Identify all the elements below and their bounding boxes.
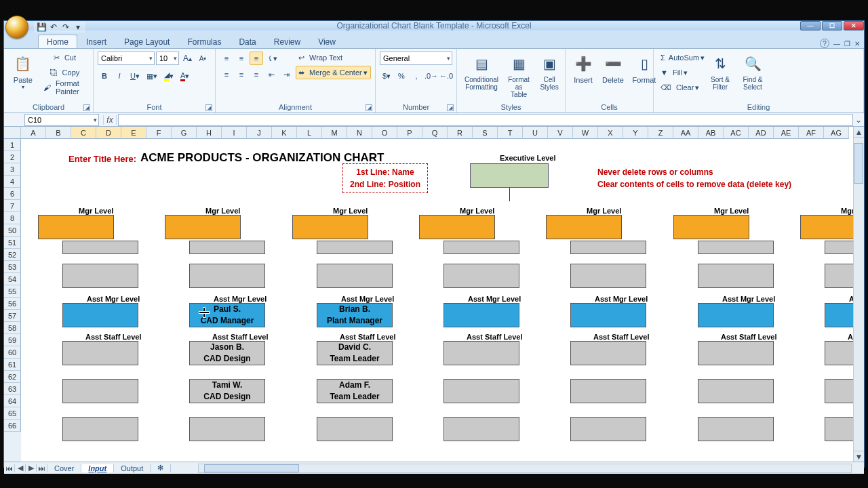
row-header-62[interactable]: 62 (4, 371, 21, 383)
asst-staff-box[interactable] (570, 341, 646, 365)
column-header-F[interactable]: F (146, 127, 172, 139)
asst-staff-box[interactable]: David C.Team Leader (317, 341, 393, 365)
asst-mgr-box[interactable] (62, 303, 138, 327)
italic-button[interactable]: I (113, 69, 126, 83)
asst-staff-box[interactable] (189, 417, 265, 441)
maximize-button[interactable]: ☐ (822, 21, 842, 30)
column-header-K[interactable]: K (272, 127, 297, 139)
row-header-50[interactable]: 50 (4, 224, 21, 237)
mgr-box[interactable] (673, 215, 749, 239)
asst-mgr-box[interactable] (698, 303, 774, 327)
save-icon[interactable]: 💾 (37, 22, 46, 32)
scroll-up-icon[interactable]: ▲ (854, 127, 864, 138)
staff-box[interactable] (443, 264, 519, 288)
comma-format-button[interactable]: , (410, 69, 423, 83)
asst-staff-box[interactable] (443, 341, 519, 365)
asst-staff-box[interactable]: Tami W.CAD Design (189, 379, 265, 403)
mgr-box[interactable] (292, 215, 368, 239)
row-header-65[interactable]: 65 (4, 407, 21, 420)
asst-staff-box[interactable] (317, 417, 393, 441)
column-header-R[interactable]: R (448, 127, 473, 139)
mgr-box[interactable] (165, 215, 241, 239)
cell-styles-button[interactable]: ▣Cell Styles (536, 51, 563, 102)
format-painter-button[interactable]: 🖌 Format Painter (41, 81, 89, 94)
row-header-54[interactable]: 54 (4, 273, 21, 285)
scroll-down-icon[interactable]: ▼ (854, 451, 864, 462)
new-sheet-button[interactable]: ✻ (151, 464, 171, 472)
column-header-AD[interactable]: AD (749, 127, 774, 139)
row-header-53[interactable]: 53 (4, 261, 21, 273)
row-header-1[interactable]: 1 (4, 139, 21, 151)
column-header-O[interactable]: O (372, 127, 397, 139)
row-header-64[interactable]: 64 (4, 395, 21, 407)
asst-mgr-box[interactable]: Paul S.CAD Manager (189, 303, 265, 327)
row-header-63[interactable]: 63 (4, 383, 21, 395)
row-header-51[interactable]: 51 (4, 237, 21, 249)
staff-box[interactable] (189, 264, 265, 288)
align-left-button[interactable]: ≡ (220, 68, 233, 81)
increase-indent-button[interactable]: ⇥ (279, 68, 293, 81)
accounting-format-button[interactable]: $▾ (380, 69, 393, 83)
row-header-58[interactable]: 58 (4, 322, 21, 334)
close-button[interactable]: ✕ (844, 21, 864, 30)
font-name-combo[interactable]: Calibri (98, 52, 155, 65)
column-header-AA[interactable]: AA (673, 127, 698, 139)
tab-formulas[interactable]: Formulas (178, 35, 230, 48)
borders-button[interactable]: ▦▾ (144, 69, 160, 83)
number-format-combo[interactable]: General (380, 52, 452, 65)
column-header-AE[interactable]: AE (774, 127, 799, 139)
column-header-AG[interactable]: AG (824, 127, 849, 139)
insert-cells-button[interactable]: ➕Insert (570, 51, 597, 102)
asst-staff-box[interactable] (62, 341, 138, 365)
minimize-button[interactable]: — (800, 21, 821, 30)
tab-nav-prev[interactable]: ◀ (15, 464, 26, 472)
tab-nav-next[interactable]: ▶ (26, 464, 37, 472)
column-header-AB[interactable]: AB (698, 127, 724, 139)
asst-staff-box[interactable] (698, 341, 774, 365)
font-dialog-launcher[interactable]: ◢ (205, 104, 212, 111)
row-header-7[interactable]: 7 (4, 200, 21, 212)
staff-box[interactable] (698, 264, 774, 288)
format-as-table-button[interactable]: ▦Format as Table (505, 51, 533, 102)
asst-mgr-box[interactable] (570, 303, 646, 327)
column-header-S[interactable]: S (473, 127, 498, 139)
clipboard-dialog-launcher[interactable]: ◢ (83, 104, 90, 111)
align-top-button[interactable]: ≡ (220, 52, 233, 65)
staff-box[interactable] (443, 241, 519, 254)
tab-page-layout[interactable]: Page Layout (115, 35, 178, 48)
fx-button[interactable]: fx (103, 115, 117, 125)
executive-box[interactable] (470, 163, 549, 188)
asst-staff-box[interactable]: Adam F.Team Leader (317, 379, 393, 403)
undo-icon[interactable]: ↶ (49, 22, 58, 32)
decrease-decimal-button[interactable]: ←.0 (439, 69, 453, 83)
staff-box[interactable] (570, 241, 646, 254)
column-header-D[interactable]: D (96, 127, 121, 139)
paste-button[interactable]: 📋 Paste▾ (8, 51, 38, 102)
column-header-Q[interactable]: Q (422, 127, 448, 139)
redo-icon[interactable]: ↷ (61, 22, 71, 32)
staff-box[interactable] (62, 264, 138, 288)
column-header-E[interactable]: E (121, 127, 146, 139)
tab-nav-last[interactable]: ⏭ (37, 464, 47, 472)
column-header-T[interactable]: T (498, 127, 523, 139)
asst-staff-box[interactable] (698, 379, 774, 403)
formula-input[interactable] (118, 114, 853, 126)
find-select-button[interactable]: 🔍Find & Select (738, 51, 768, 102)
tab-view[interactable]: View (309, 35, 344, 48)
asst-staff-box[interactable] (443, 417, 519, 441)
align-center-button[interactable]: ≡ (235, 68, 248, 81)
h-scroll-thumb[interactable] (204, 464, 299, 472)
row-header-8[interactable]: 8 (4, 212, 21, 224)
inner-restore-icon[interactable]: ❐ (844, 40, 850, 47)
decrease-indent-button[interactable]: ⇤ (264, 68, 278, 81)
asst-mgr-box[interactable] (443, 303, 519, 327)
horizontal-scrollbar[interactable] (198, 464, 852, 473)
row-header-66[interactable]: 66 (4, 420, 21, 432)
column-header-L[interactable]: L (297, 127, 322, 139)
asst-staff-box[interactable] (62, 417, 138, 441)
column-header-H[interactable]: H (197, 127, 222, 139)
font-size-combo[interactable]: 10 (156, 52, 179, 65)
asst-staff-box[interactable]: Jason B.CAD Design (189, 341, 265, 365)
asst-mgr-box[interactable]: Brian B.Plant Manager (317, 303, 393, 327)
grow-font-button[interactable]: A▴ (180, 52, 195, 65)
